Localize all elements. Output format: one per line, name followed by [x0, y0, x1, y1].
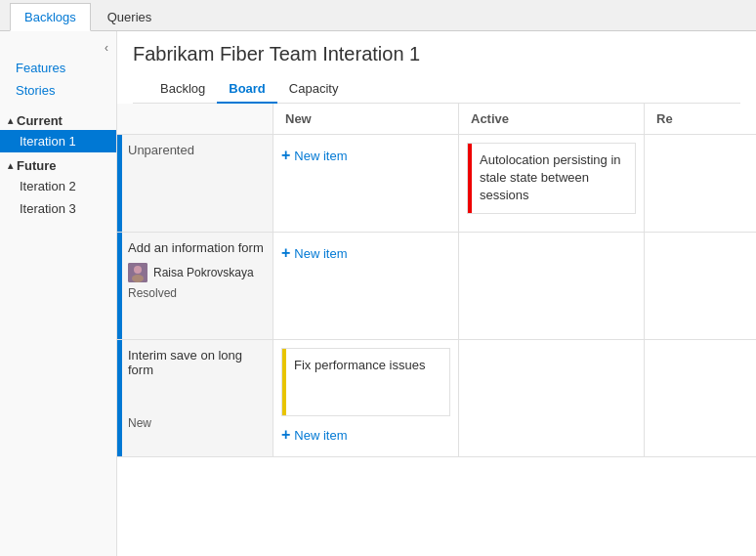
plus-icon-3: + [281, 426, 290, 444]
row2-label-text: Add an information form Raisa Pokrovskay… [122, 233, 270, 339]
content-header: Fabrikam Fiber Team Interation 1 Backlog… [117, 31, 756, 104]
row2-card-meta: Raisa Pokrovskaya [128, 263, 264, 282]
row3-label-title: Interim save on long form [128, 348, 267, 377]
sidebar-item-iteration3[interactable]: Iteration 3 [0, 197, 116, 220]
content-area: Fabrikam Fiber Team Interation 1 Backlog… [117, 31, 756, 556]
row2-new-item-label: New item [294, 246, 347, 261]
col-header-resolved: Re [645, 104, 756, 135]
section-label-future: Future [17, 158, 56, 173]
row2-label-title: Add an information form [128, 240, 264, 255]
row1-card-title: Autolocation persisting in stale state b… [480, 151, 627, 205]
row2-label-cell: Add an information form Raisa Pokrovskay… [117, 233, 273, 340]
sidebar-link-stories[interactable]: Stories [0, 79, 116, 102]
row3-new-cell: Fix performance issues + New item [273, 340, 459, 457]
row3-label-text: Interim save on long form New [122, 340, 273, 456]
section-triangle-future: ▴ [8, 160, 13, 171]
row3-resolved-cell [645, 340, 756, 457]
board-grid: New Active Re Unparented + New item [117, 104, 756, 457]
sidebar: ‹ Features Stories ▴ Current Iteration 1… [0, 31, 117, 556]
plus-icon-2: + [281, 244, 290, 262]
row3-status: New [128, 416, 267, 430]
row3-card-title: Fix performance issues [294, 357, 441, 374]
row3-card-border [282, 349, 286, 415]
row1-new-item-label: New item [294, 149, 347, 163]
row2-new-cell: + New item [273, 233, 459, 340]
content-nav: Backlog Board Capacity [133, 75, 740, 104]
tab-board[interactable]: Board [217, 75, 277, 104]
sidebar-collapse-button[interactable]: ‹ [0, 39, 116, 57]
board-area: New Active Re Unparented + New item [117, 104, 756, 556]
tab-backlogs[interactable]: Backlogs [10, 3, 91, 31]
col-header-new: New [273, 104, 459, 135]
row1-resolved-cell [645, 135, 756, 233]
tab-queries[interactable]: Queries [93, 3, 167, 30]
sidebar-section-current[interactable]: ▴ Current [0, 107, 116, 130]
col-header-active: Active [459, 104, 645, 135]
row1-new-item-button[interactable]: + New item [281, 143, 450, 168]
sidebar-item-iteration2[interactable]: Iteration 2 [0, 175, 116, 197]
row3-new-item-button[interactable]: + New item [281, 422, 450, 448]
row2-status: Resolved [128, 286, 264, 300]
row1-new-cell: + New item [273, 135, 459, 233]
plus-icon: + [281, 147, 290, 164]
sidebar-link-features[interactable]: Features [0, 57, 116, 79]
row2-new-item-button[interactable]: + New item [281, 240, 450, 266]
row1-card-border [468, 144, 472, 213]
row1-active-card[interactable]: Autolocation persisting in stale state b… [467, 143, 636, 214]
row1-label-text: Unparented [122, 135, 200, 232]
row2-user: Raisa Pokrovskaya [153, 266, 254, 279]
row2-avatar [128, 263, 147, 282]
row1-active-cell: Autolocation persisting in stale state b… [459, 135, 645, 233]
top-tab-bar: Backlogs Queries [0, 0, 756, 31]
svg-point-1 [134, 266, 142, 274]
page-title: Fabrikam Fiber Team Interation 1 [133, 43, 740, 65]
tab-capacity[interactable]: Capacity [277, 75, 351, 104]
col-header-label [117, 104, 273, 135]
main-layout: ‹ Features Stories ▴ Current Iteration 1… [0, 31, 756, 556]
row3-new-item-label: New item [294, 428, 347, 443]
row3-new-card[interactable]: Fix performance issues [281, 348, 450, 416]
row3-label-cell: Interim save on long form New [117, 340, 273, 457]
row2-active-cell [459, 233, 645, 340]
section-label-current: Current [17, 113, 63, 128]
row3-active-cell [459, 340, 645, 457]
row1-label-cell: Unparented [117, 135, 273, 233]
section-triangle-current: ▴ [8, 115, 13, 126]
tab-backlog[interactable]: Backlog [148, 75, 217, 104]
row2-resolved-cell [645, 233, 756, 340]
sidebar-item-iteration1[interactable]: Iteration 1 [0, 130, 116, 152]
sidebar-section-future[interactable]: ▴ Future [0, 152, 116, 175]
avatar-icon [128, 263, 147, 282]
svg-point-2 [132, 275, 144, 282]
